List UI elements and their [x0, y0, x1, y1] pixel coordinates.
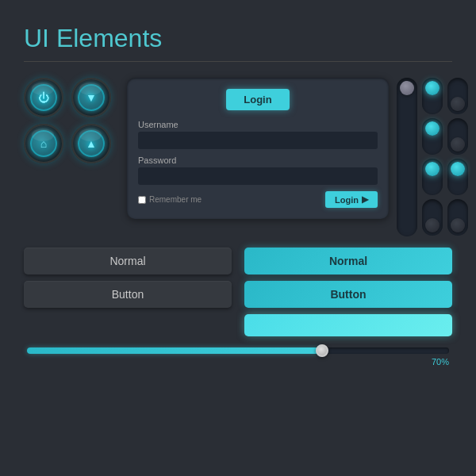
spacer	[24, 314, 232, 336]
toggle-ball-3-1	[451, 97, 465, 111]
username-input[interactable]	[138, 132, 378, 149]
progress-label: 70%	[27, 357, 449, 367]
power-button[interactable]: ⏻	[24, 78, 63, 117]
button-cyan-button[interactable]: Button	[244, 281, 452, 308]
toggle-panels	[397, 78, 452, 236]
power-icon: ⏻	[38, 91, 49, 104]
home-button[interactable]: ⌂	[24, 124, 63, 163]
toggle-3-1[interactable]	[447, 78, 468, 114]
circular-buttons-panel: ⏻ ▼ ⌂ ▲	[24, 78, 119, 236]
down-button[interactable]: ▼	[71, 78, 111, 117]
login-btn-text: Login	[335, 195, 359, 205]
toggle-ball-3-2	[451, 137, 465, 152]
remember-checkbox[interactable]	[138, 196, 146, 204]
flat-buttons-section: Normal Button Normal Button	[24, 248, 452, 336]
page-title: UI Elements	[24, 24, 452, 53]
password-input[interactable]	[138, 167, 378, 185]
toggle-ball-3-3	[451, 162, 465, 176]
toggle-3-2[interactable]	[447, 118, 468, 155]
cyan-light-button[interactable]	[244, 314, 452, 336]
progress-track[interactable]	[27, 347, 449, 354]
toggle-col-3	[447, 78, 468, 236]
dark-buttons-group: Normal Button	[24, 248, 232, 336]
up-button[interactable]: ▲	[71, 124, 111, 163]
login-tab[interactable]: Login	[226, 89, 290, 110]
password-label: Password	[138, 155, 378, 165]
toggle-2-4[interactable]	[422, 199, 443, 236]
progress-section: 70%	[24, 347, 452, 367]
btn-row-2: ⌂ ▲	[24, 124, 119, 163]
progress-fill	[27, 347, 322, 354]
toggle-3-4[interactable]	[447, 199, 468, 236]
login-card: Login Username Password Remember me Logi…	[127, 78, 389, 219]
normal-dark-button[interactable]: Normal	[24, 248, 232, 274]
toggle-col-2	[422, 78, 443, 236]
toggle-ball-2-4	[425, 218, 440, 232]
divider	[24, 61, 452, 62]
cyan-buttons-group: Normal Button	[244, 248, 452, 336]
top-row: ⏻ ▼ ⌂ ▲	[24, 78, 452, 236]
up-icon: ▲	[86, 137, 97, 150]
remember-text: Remember me	[149, 195, 202, 204]
main-container: UI Elements ⏻ ▼ ⌂	[0, 0, 476, 476]
button-dark-button[interactable]: Button	[24, 281, 232, 308]
normal-cyan-button[interactable]: Normal	[244, 248, 452, 274]
form-footer: Remember me Login ▶	[138, 191, 378, 208]
login-button-small[interactable]: Login ▶	[325, 191, 378, 208]
btn-row-1: ⏻ ▼	[24, 78, 119, 117]
toggle-ball-2-2	[425, 121, 440, 136]
username-label: Username	[138, 120, 378, 129]
toggle-1[interactable]	[397, 78, 417, 236]
toggle-ball-1-top	[400, 81, 414, 95]
remember-me-label[interactable]: Remember me	[138, 195, 202, 204]
toggle-2-1[interactable]	[422, 78, 443, 114]
toggle-ball-2-1	[425, 81, 440, 95]
toggle-col-1	[397, 78, 417, 236]
home-icon: ⌂	[40, 137, 47, 150]
toggle-ball-2-3	[425, 162, 440, 176]
down-icon: ▼	[86, 91, 97, 104]
toggle-2-3[interactable]	[422, 159, 443, 195]
progress-thumb[interactable]	[316, 344, 328, 357]
toggle-ball-3-4	[451, 218, 465, 232]
arrow-icon: ▶	[362, 194, 368, 205]
toggle-3-3[interactable]	[447, 159, 468, 195]
toggle-2-2[interactable]	[422, 118, 443, 155]
login-panel: Login Username Password Remember me Logi…	[127, 78, 389, 236]
